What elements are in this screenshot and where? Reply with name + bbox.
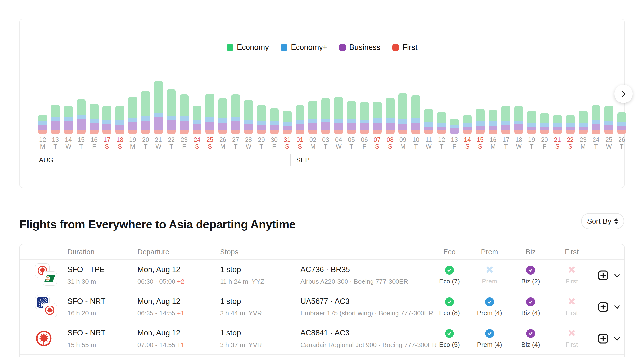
- bar-segment-economy_plus: [514, 120, 523, 124]
- expand-row-button[interactable]: [613, 303, 621, 311]
- chart-bar-slot: 26T: [615, 19, 628, 150]
- chart-bar[interactable]: [386, 98, 394, 134]
- chart-bar[interactable]: [411, 95, 420, 134]
- bar-segment-business: [373, 122, 382, 130]
- chart-bar[interactable]: [180, 94, 188, 134]
- bar-segment-business: [540, 126, 549, 130]
- bar-date-label: 11W: [426, 134, 432, 150]
- cabin-cell-first: First: [552, 297, 592, 317]
- chart-bar[interactable]: [514, 106, 523, 134]
- page-title: Flights from Everywhere to Asia departin…: [19, 217, 296, 231]
- bar-segment-first: [90, 130, 98, 134]
- bar-segment-business: [128, 122, 137, 130]
- chart-bar-slot: 23F: [178, 19, 190, 150]
- stops-cell-primary: 1 stop: [220, 265, 300, 274]
- chart-bar[interactable]: [51, 105, 60, 134]
- chart-bar[interactable]: [115, 106, 124, 134]
- bar-segment-first: [64, 130, 73, 134]
- chevron-right-icon: [620, 90, 627, 98]
- check-circle-icon: [445, 297, 454, 306]
- bar-date-label: 30F: [271, 134, 278, 150]
- add-to-trip-button[interactable]: [598, 270, 608, 280]
- bar-date-label: 15S: [477, 134, 484, 150]
- bar-segment-first: [308, 130, 317, 134]
- chart-bar[interactable]: [192, 106, 202, 134]
- chart-next-button[interactable]: [614, 85, 632, 103]
- chart-bar[interactable]: [540, 113, 549, 134]
- chart-bar[interactable]: [527, 111, 536, 134]
- chart-bar[interactable]: [64, 106, 73, 134]
- flights-cell-primary: UA5677 · AC3: [300, 297, 430, 306]
- chart-bar[interactable]: [231, 94, 240, 134]
- cabin-label: Eco (5): [439, 341, 460, 348]
- chart-bar[interactable]: [270, 108, 279, 134]
- bar-segment-economy_plus: [231, 117, 240, 121]
- chart-bar[interactable]: [154, 81, 163, 134]
- flights-cell-secondary: Embraer 175 (short wing) · Boeing 777-30…: [300, 310, 430, 317]
- chart-bar[interactable]: [450, 118, 459, 134]
- chart-bar[interactable]: [218, 98, 227, 134]
- bar-segment-economy: [334, 97, 343, 119]
- chart-bar-slot: 27T: [229, 19, 242, 150]
- cabin-label: Biz (2): [521, 278, 540, 285]
- bar-segment-economy_plus: [38, 121, 47, 124]
- bar-segment-first: [192, 130, 202, 134]
- expand-row-button[interactable]: [613, 272, 621, 279]
- bar-segment-economy_plus: [115, 120, 124, 124]
- chart-bar-slot: 16M: [486, 19, 500, 150]
- add-to-trip-button[interactable]: [598, 302, 608, 312]
- chart-bar[interactable]: [553, 115, 562, 134]
- chart-bar[interactable]: [398, 93, 408, 134]
- chart-bar[interactable]: [296, 105, 304, 134]
- chart-bar[interactable]: [437, 112, 446, 134]
- chart-bar[interactable]: [128, 96, 137, 134]
- bar-date-label: 14S: [464, 134, 471, 150]
- chart-bar[interactable]: [463, 115, 472, 134]
- bar-segment-business: [167, 120, 176, 130]
- bar-date-label: 22T: [168, 134, 175, 150]
- bar-segment-business: [141, 121, 150, 130]
- chart-bar[interactable]: [488, 110, 498, 134]
- chart-bar[interactable]: [206, 94, 214, 134]
- bar-segment-economy: [128, 96, 137, 118]
- chart-bar-slot: 09M: [396, 19, 409, 150]
- chart-bar[interactable]: [604, 106, 613, 134]
- expand-row-button[interactable]: [613, 335, 621, 342]
- cabin-label: First: [566, 278, 578, 285]
- table-row: SFO - NRT15 h 55 mMon, Aug 1207:00 - 14:…: [20, 323, 624, 355]
- chart-bar[interactable]: [334, 97, 343, 134]
- bar-segment-first: [231, 130, 240, 134]
- chart-bar[interactable]: [502, 106, 510, 134]
- chart-bar[interactable]: [141, 91, 150, 134]
- bar-segment-first: [386, 130, 394, 134]
- chart-bar[interactable]: [77, 99, 86, 134]
- chart-bar[interactable]: [257, 105, 266, 134]
- chart-bar[interactable]: [476, 109, 484, 134]
- chart-bar[interactable]: [424, 109, 433, 134]
- chart-bar[interactable]: [592, 105, 600, 134]
- chart-bar[interactable]: [321, 98, 330, 134]
- chart-bar[interactable]: [244, 100, 253, 134]
- bar-segment-economy_plus: [437, 122, 446, 127]
- sort-by-button[interactable]: Sort By: [581, 213, 624, 229]
- add-to-trip-button[interactable]: [598, 334, 608, 344]
- chart-bar[interactable]: [38, 115, 47, 134]
- bar-segment-business: [604, 125, 613, 130]
- chart-bar[interactable]: [102, 106, 112, 134]
- check-circle-icon: [526, 266, 535, 274]
- chart-bar-slot: 24S: [190, 19, 204, 150]
- chart-bar-slot: 26M: [216, 19, 229, 150]
- bar-segment-business: [360, 123, 369, 130]
- table-row: SFO - TPE31 h 30 mMon, Aug 1206:30 - 05:…: [20, 260, 624, 292]
- chart-bar[interactable]: [579, 111, 588, 134]
- chart-bar[interactable]: [90, 104, 98, 134]
- chart-bar[interactable]: [308, 100, 317, 134]
- chart-bar[interactable]: [347, 101, 356, 134]
- chart-bar[interactable]: [373, 102, 382, 134]
- bar-segment-economy: [206, 94, 214, 117]
- chart-bar[interactable]: [566, 115, 575, 134]
- chart-bar[interactable]: [167, 89, 176, 134]
- chart-bar[interactable]: [360, 102, 369, 134]
- chart-bar[interactable]: [283, 111, 292, 134]
- chart-bar[interactable]: [617, 112, 626, 134]
